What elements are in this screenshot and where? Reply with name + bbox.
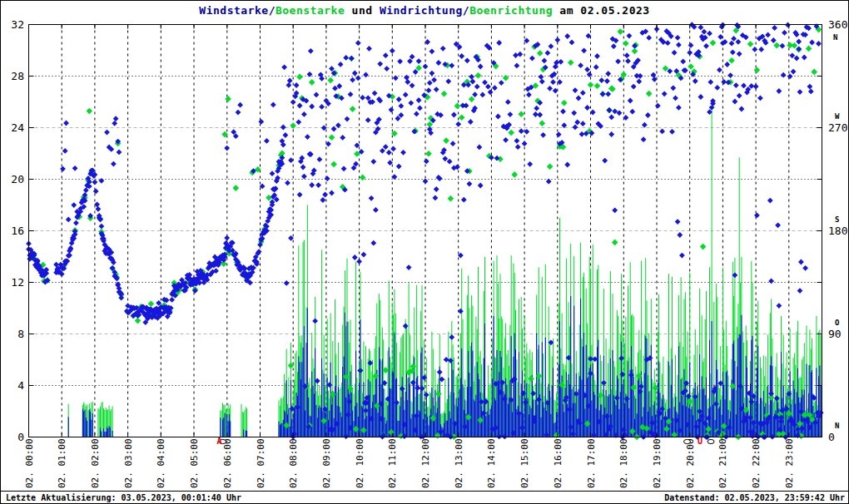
x-tick-label: 02. 03:00 bbox=[123, 438, 134, 488]
y-left-tick-label: 32 bbox=[11, 18, 24, 31]
compass-letter: S bbox=[835, 215, 839, 224]
x-tick-label: 02. 14:00 bbox=[486, 438, 497, 488]
wind-chart-plot: 0481216202428320N90O180S270W360N02. 00:0… bbox=[1, 1, 849, 504]
y-left-tick-label: 12 bbox=[11, 276, 24, 289]
last-update-text: Letzte Aktualisierung: 03.05.2023, 00:01… bbox=[6, 493, 241, 502]
compass-letter: N bbox=[835, 422, 839, 430]
x-tick-label: 02. 02:00 bbox=[90, 438, 101, 488]
x-tick-label: 02. 20:00 bbox=[685, 438, 696, 488]
y-left-tick-label: 20 bbox=[11, 173, 24, 185]
x-tick-label: 02. 07:00 bbox=[256, 438, 266, 488]
y-right-tick-label: 360 bbox=[828, 18, 847, 31]
sunrise-marker: A bbox=[217, 437, 222, 446]
x-tick-label: 02. 15:00 bbox=[519, 438, 530, 488]
x-tick-label: 02. 10:00 bbox=[355, 438, 365, 488]
x-tick-label: 02. 05:00 bbox=[189, 438, 200, 488]
y-right-tick-label: 270 bbox=[828, 121, 847, 134]
compass-letter: W bbox=[835, 112, 840, 121]
y-left-tick-label: 16 bbox=[11, 225, 24, 237]
x-tick-label: 02. 09:00 bbox=[321, 438, 332, 488]
y-right-tick-label: 180 bbox=[828, 225, 847, 237]
x-tick-label: 02. 13:00 bbox=[454, 438, 464, 488]
compass-letter: O bbox=[835, 319, 840, 327]
y-right-tick-label: 0 bbox=[828, 431, 835, 443]
y-left-tick-label: 28 bbox=[11, 70, 24, 82]
sunset-marker: U bbox=[698, 437, 703, 446]
x-tick-label: 02. 06:00 bbox=[222, 438, 233, 488]
x-tick-label: 02. 11:00 bbox=[387, 438, 398, 488]
x-tick-label: 02. 23:00 bbox=[784, 438, 795, 488]
data-timestamp-text: Datenstand: 02.05.2023, 23:59:42 Uhr bbox=[664, 493, 845, 502]
x-tick-label: 02. 19:00 bbox=[652, 438, 663, 488]
x-tick-label: 02. 12:00 bbox=[420, 438, 431, 488]
moon-marker bbox=[708, 439, 714, 443]
weather-chart-page: Windstarke/Boenstarke und Windrichtung/B… bbox=[0, 0, 849, 504]
x-tick-label: 02. 01:00 bbox=[57, 438, 67, 488]
x-tick-label: 02. 18:00 bbox=[618, 438, 629, 488]
y-left-tick-label: 8 bbox=[17, 328, 24, 340]
y-left-tick-label: 24 bbox=[11, 121, 24, 134]
compass-letter: N bbox=[833, 33, 837, 42]
x-tick-label: 02. 04:00 bbox=[156, 438, 166, 488]
x-tick-label: 02. 00:00 bbox=[24, 438, 35, 488]
x-tick-label: 02. 08:00 bbox=[288, 438, 299, 488]
x-tick-label: 02. 16:00 bbox=[553, 438, 564, 488]
footer-divider bbox=[1, 491, 848, 492]
wind-strength-impulses bbox=[68, 296, 821, 437]
moon-marker bbox=[683, 439, 690, 443]
y-left-tick-label: 4 bbox=[17, 379, 24, 392]
y-right-tick-label: 90 bbox=[828, 328, 842, 340]
x-tick-label: 02. 21:00 bbox=[717, 438, 728, 488]
x-tick-label: 02. 17:00 bbox=[586, 438, 597, 488]
x-tick-label: 02. 22:00 bbox=[751, 438, 762, 488]
